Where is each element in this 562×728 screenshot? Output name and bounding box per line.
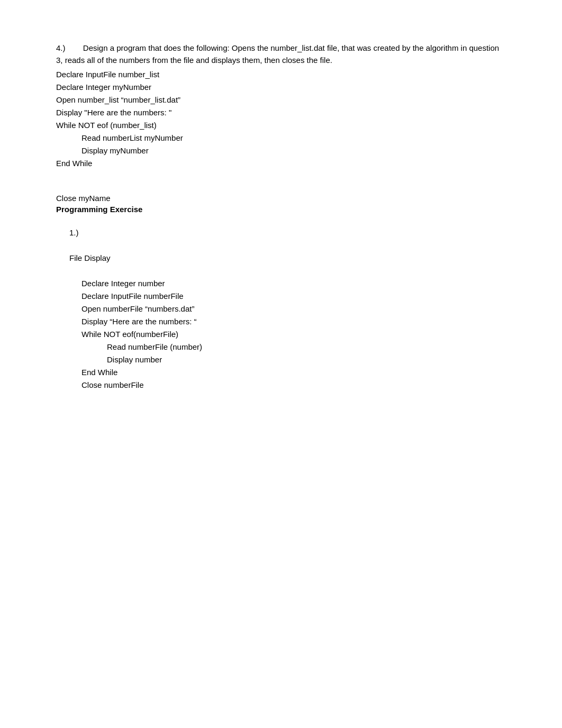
- exercise-1-line-6: Read numberFile (number): [107, 341, 506, 353]
- exercise-1-line-3: Open numberFile “numbers.dat”: [81, 303, 506, 315]
- close-line-block: Close myName: [56, 192, 506, 205]
- exercise-1-number-title: 1.) File Display: [56, 214, 506, 277]
- page-content: 4.) Design a program that does the follo…: [0, 0, 562, 434]
- programming-exercise-heading-block: Programming Exercise: [56, 205, 506, 214]
- exercise-1-line-4: Display “Here are the numbers: “: [81, 315, 506, 328]
- code4-line-8: End While: [56, 157, 506, 170]
- exercise-1-line-2: Declare InputFile numberFile: [81, 290, 506, 303]
- programming-exercise-heading: Programming Exercise: [56, 205, 142, 214]
- exercise-1-line-7: Display number: [107, 353, 506, 366]
- code-4-block: Declare InputFile number_list Declare In…: [56, 68, 506, 170]
- exercise-1-title: File Display: [69, 253, 111, 262]
- exercise-1-line-1: Declare Integer number: [81, 277, 506, 290]
- code4-line-2: Declare Integer myNumber: [56, 81, 506, 94]
- code4-line-6: Read numberList myNumber: [56, 132, 506, 144]
- question-4-text: 4.) Design a program that does the follo…: [56, 42, 506, 66]
- exercise-1-block: 1.) File Display Declare Integer number …: [56, 214, 506, 392]
- exercise-1-line-8: End While: [81, 366, 506, 379]
- exercise-1-line-5: While NOT eof(numberFile): [81, 328, 506, 341]
- close-line: Close myName: [56, 192, 506, 205]
- code4-line-4: Display "Here are the numbers: ": [56, 106, 506, 119]
- code4-line-1: Declare InputFile number_list: [56, 68, 506, 81]
- question-4-body: Design a program that does the following…: [56, 43, 499, 65]
- exercise-1-number: 1.): [69, 228, 79, 237]
- code4-line-3: Open number_list “number_list.dat”: [56, 94, 506, 106]
- question-4-number: 4.): [56, 43, 66, 52]
- code4-line-5: While NOT eof (number_list): [56, 119, 506, 132]
- question-4-block: 4.) Design a program that does the follo…: [56, 42, 506, 170]
- exercise-1-line-9: Close numberFile: [81, 379, 506, 392]
- spacer-1: [56, 183, 506, 192]
- code4-line-7: Display myNumber: [56, 144, 506, 157]
